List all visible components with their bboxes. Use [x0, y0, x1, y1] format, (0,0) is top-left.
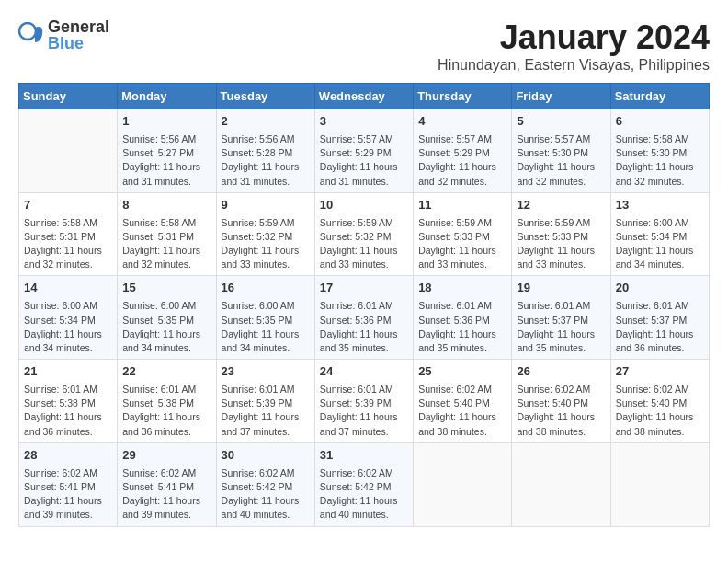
- day-info: Sunrise: 5:57 AM Sunset: 5:29 PM Dayligh…: [418, 132, 506, 189]
- day-info: Sunrise: 6:00 AM Sunset: 5:34 PM Dayligh…: [24, 299, 112, 355]
- calendar-cell: 3Sunrise: 5:57 AM Sunset: 5:29 PM Daylig…: [314, 109, 413, 193]
- calendar-cell: 28Sunrise: 6:02 AM Sunset: 5:41 PM Dayli…: [19, 442, 118, 526]
- day-info: Sunrise: 5:57 AM Sunset: 5:29 PM Dayligh…: [320, 132, 408, 189]
- day-number: 14: [24, 280, 112, 297]
- day-info: Sunrise: 6:02 AM Sunset: 5:41 PM Dayligh…: [24, 466, 112, 523]
- week-row-4: 28Sunrise: 6:02 AM Sunset: 5:41 PM Dayli…: [19, 442, 710, 526]
- day-number: 12: [517, 197, 605, 214]
- header-cell-sunday: Sunday: [19, 84, 118, 109]
- calendar-cell: 9Sunrise: 5:59 AM Sunset: 5:32 PM Daylig…: [216, 192, 314, 276]
- header-cell-wednesday: Wednesday: [314, 84, 413, 109]
- calendar-cell: 18Sunrise: 6:01 AM Sunset: 5:36 PM Dayli…: [414, 276, 512, 360]
- day-info: Sunrise: 5:58 AM Sunset: 5:31 PM Dayligh…: [24, 216, 112, 272]
- calendar-cell: 12Sunrise: 5:59 AM Sunset: 5:33 PM Dayli…: [512, 192, 610, 276]
- day-number: 10: [320, 197, 408, 214]
- calendar-cell: 17Sunrise: 6:01 AM Sunset: 5:36 PM Dayli…: [314, 276, 413, 360]
- calendar-cell: [512, 442, 610, 526]
- calendar-cell: 19Sunrise: 6:01 AM Sunset: 5:37 PM Dayli…: [512, 276, 610, 360]
- calendar-cell: 31Sunrise: 6:02 AM Sunset: 5:42 PM Dayli…: [314, 442, 413, 526]
- day-info: Sunrise: 6:01 AM Sunset: 5:37 PM Dayligh…: [616, 299, 704, 355]
- calendar-cell: [610, 442, 709, 526]
- calendar-body: 1Sunrise: 5:56 AM Sunset: 5:27 PM Daylig…: [19, 109, 710, 527]
- logo-text: General Blue: [48, 18, 109, 52]
- week-row-0: 1Sunrise: 5:56 AM Sunset: 5:27 PM Daylig…: [19, 109, 710, 193]
- day-info: Sunrise: 5:56 AM Sunset: 5:28 PM Dayligh…: [222, 132, 310, 189]
- calendar-cell: 27Sunrise: 6:02 AM Sunset: 5:40 PM Dayli…: [610, 360, 709, 443]
- day-info: Sunrise: 6:02 AM Sunset: 5:40 PM Dayligh…: [616, 383, 704, 439]
- day-number: 5: [517, 113, 605, 131]
- day-number: 25: [418, 363, 506, 381]
- day-number: 23: [222, 363, 310, 381]
- day-info: Sunrise: 6:02 AM Sunset: 5:41 PM Dayligh…: [122, 466, 210, 523]
- day-info: Sunrise: 6:01 AM Sunset: 5:39 PM Dayligh…: [320, 383, 408, 439]
- calendar-cell: 6Sunrise: 5:58 AM Sunset: 5:30 PM Daylig…: [610, 109, 709, 193]
- logo: General Blue: [18, 18, 109, 52]
- calendar-cell: 29Sunrise: 6:02 AM Sunset: 5:41 PM Dayli…: [118, 442, 216, 526]
- header-cell-thursday: Thursday: [414, 84, 512, 109]
- week-row-2: 14Sunrise: 6:00 AM Sunset: 5:34 PM Dayli…: [19, 276, 710, 360]
- day-number: 6: [616, 113, 704, 131]
- day-number: 26: [517, 363, 605, 381]
- calendar-cell: 8Sunrise: 5:58 AM Sunset: 5:31 PM Daylig…: [118, 192, 216, 276]
- day-number: 24: [320, 363, 408, 381]
- day-number: 3: [320, 113, 408, 131]
- week-row-1: 7Sunrise: 5:58 AM Sunset: 5:31 PM Daylig…: [19, 192, 710, 276]
- logo-general-label: General: [48, 18, 109, 35]
- calendar-cell: 13Sunrise: 6:00 AM Sunset: 5:34 PM Dayli…: [610, 192, 709, 276]
- day-info: Sunrise: 6:01 AM Sunset: 5:38 PM Dayligh…: [24, 383, 112, 439]
- day-info: Sunrise: 6:01 AM Sunset: 5:36 PM Dayligh…: [320, 299, 408, 355]
- day-info: Sunrise: 6:01 AM Sunset: 5:37 PM Dayligh…: [517, 299, 605, 355]
- day-info: Sunrise: 6:02 AM Sunset: 5:40 PM Dayligh…: [418, 383, 506, 439]
- calendar-cell: 4Sunrise: 5:57 AM Sunset: 5:29 PM Daylig…: [414, 109, 512, 193]
- calendar-cell: [19, 109, 118, 193]
- calendar-table: SundayMondayTuesdayWednesdayThursdayFrid…: [18, 83, 710, 527]
- title-block: January 2024 Hinundayan, Eastern Visayas…: [438, 18, 710, 74]
- calendar-cell: 10Sunrise: 5:59 AM Sunset: 5:32 PM Dayli…: [314, 192, 413, 276]
- page-header: General Blue January 2024 Hinundayan, Ea…: [18, 18, 710, 74]
- calendar-cell: 22Sunrise: 6:01 AM Sunset: 5:38 PM Dayli…: [118, 360, 216, 443]
- calendar-cell: [414, 442, 512, 526]
- day-number: 8: [122, 197, 210, 214]
- svg-point-0: [19, 23, 36, 40]
- header-cell-saturday: Saturday: [610, 84, 709, 109]
- header-cell-tuesday: Tuesday: [216, 84, 314, 109]
- day-number: 9: [222, 197, 310, 214]
- day-number: 28: [24, 447, 112, 465]
- calendar-cell: 26Sunrise: 6:02 AM Sunset: 5:40 PM Dayli…: [512, 360, 610, 443]
- calendar-cell: 2Sunrise: 5:56 AM Sunset: 5:28 PM Daylig…: [216, 109, 314, 193]
- day-info: Sunrise: 6:00 AM Sunset: 5:34 PM Dayligh…: [616, 216, 704, 272]
- calendar-cell: 23Sunrise: 6:01 AM Sunset: 5:39 PM Dayli…: [216, 360, 314, 443]
- month-title: January 2024: [438, 18, 710, 57]
- calendar-cell: 7Sunrise: 5:58 AM Sunset: 5:31 PM Daylig…: [19, 192, 118, 276]
- day-info: Sunrise: 5:58 AM Sunset: 5:31 PM Dayligh…: [122, 216, 210, 272]
- day-number: 20: [616, 280, 704, 297]
- week-row-3: 21Sunrise: 6:01 AM Sunset: 5:38 PM Dayli…: [19, 360, 710, 443]
- day-info: Sunrise: 5:58 AM Sunset: 5:30 PM Dayligh…: [616, 132, 704, 189]
- day-number: 30: [222, 447, 310, 465]
- day-number: 11: [418, 197, 506, 214]
- calendar-cell: 21Sunrise: 6:01 AM Sunset: 5:38 PM Dayli…: [19, 360, 118, 443]
- day-info: Sunrise: 6:01 AM Sunset: 5:36 PM Dayligh…: [418, 299, 506, 355]
- day-info: Sunrise: 6:01 AM Sunset: 5:39 PM Dayligh…: [222, 383, 310, 439]
- day-number: 17: [320, 280, 408, 297]
- calendar-cell: 5Sunrise: 5:57 AM Sunset: 5:30 PM Daylig…: [512, 109, 610, 193]
- day-info: Sunrise: 6:02 AM Sunset: 5:40 PM Dayligh…: [517, 383, 605, 439]
- calendar-cell: 1Sunrise: 5:56 AM Sunset: 5:27 PM Daylig…: [118, 109, 216, 193]
- day-info: Sunrise: 5:59 AM Sunset: 5:33 PM Dayligh…: [418, 216, 506, 272]
- day-number: 22: [122, 363, 210, 381]
- calendar-cell: 11Sunrise: 5:59 AM Sunset: 5:33 PM Dayli…: [414, 192, 512, 276]
- calendar-header: SundayMondayTuesdayWednesdayThursdayFrid…: [19, 84, 710, 109]
- day-number: 18: [418, 280, 506, 297]
- day-number: 13: [616, 197, 704, 214]
- day-number: 31: [320, 447, 408, 465]
- calendar-cell: 30Sunrise: 6:02 AM Sunset: 5:42 PM Dayli…: [216, 442, 314, 526]
- day-number: 21: [24, 363, 112, 381]
- day-info: Sunrise: 6:02 AM Sunset: 5:42 PM Dayligh…: [222, 466, 310, 523]
- calendar-cell: 20Sunrise: 6:01 AM Sunset: 5:37 PM Dayli…: [610, 276, 709, 360]
- day-number: 4: [418, 113, 506, 131]
- day-info: Sunrise: 5:56 AM Sunset: 5:27 PM Dayligh…: [122, 132, 210, 189]
- day-info: Sunrise: 5:59 AM Sunset: 5:32 PM Dayligh…: [222, 216, 310, 272]
- day-info: Sunrise: 5:57 AM Sunset: 5:30 PM Dayligh…: [517, 132, 605, 189]
- calendar-cell: 15Sunrise: 6:00 AM Sunset: 5:35 PM Dayli…: [118, 276, 216, 360]
- logo-icon: [18, 22, 44, 48]
